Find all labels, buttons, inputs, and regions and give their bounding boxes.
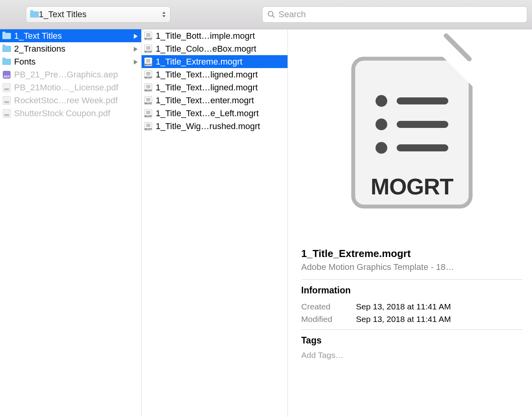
- modified-label: Modified: [301, 315, 356, 324]
- row-label: ShutterStock Coupon.pdf: [14, 108, 138, 119]
- chevron-right-icon: ▶: [134, 32, 138, 40]
- col2-row[interactable]: MOGRT1_Title_Text…ligned.mogrt: [142, 68, 288, 81]
- big-icon-label: MOGRT: [371, 173, 453, 200]
- pdf-file-icon: [2, 84, 11, 91]
- chevron-right-icon: ▶: [134, 58, 138, 65]
- mogrt-file-icon: MOGRT: [144, 32, 153, 40]
- mogrt-file-icon: MOGRT: [144, 123, 153, 130]
- path-dropdown[interactable]: 1_Text Titles: [26, 6, 171, 23]
- row-label: 1_Title_Extreme.mogrt: [156, 57, 284, 67]
- created-value: Sep 13, 2018 at 11:41 AM: [356, 302, 523, 311]
- updown-icon: [162, 11, 166, 18]
- info-row-created: Created Sep 13, 2018 at 11:41 AM: [301, 300, 523, 313]
- file-type-big-icon: MOGRT: [351, 57, 473, 208]
- col1-row[interactable]: 1_Text Titles▶: [0, 29, 141, 42]
- search-box[interactable]: [262, 6, 527, 23]
- mogrt-file-icon: MOGRT: [144, 110, 153, 117]
- tags-field[interactable]: Add Tags…: [301, 350, 523, 360]
- preview-icon-wrap: MOGRT: [300, 33, 524, 248]
- row-label: 1_Title_Text…e_Left.mogrt: [156, 108, 284, 119]
- col2-row[interactable]: MOGRT1_Title_Text…enter.mogrt: [142, 94, 288, 107]
- column-view: 1_Text Titles▶2_Transitions▶Fonts▶AEPPB_…: [0, 29, 532, 417]
- toolbar: 1_Text Titles: [0, 0, 532, 29]
- col1-row[interactable]: 2_Transitions▶: [0, 42, 141, 55]
- col2-row[interactable]: MOGRT1_Title_Colo…eBox.mogrt: [142, 42, 288, 55]
- row-label: 1_Title_Wig…rushed.mogrt: [156, 121, 284, 131]
- info-heading: Information: [301, 285, 523, 296]
- column-1[interactable]: 1_Text Titles▶2_Transitions▶Fonts▶AEPPB_…: [0, 29, 142, 417]
- preview-subtitle: Adobe Motion Graphics Template - 18…: [301, 262, 523, 272]
- row-label: 1_Title_Text…enter.mogrt: [156, 95, 284, 106]
- search-icon: [267, 10, 275, 19]
- mogrt-file-icon: MOGRT: [144, 97, 153, 104]
- search-input[interactable]: [279, 9, 522, 20]
- col1-row[interactable]: AEPPB_21_Pre…Graphics.aep: [0, 68, 141, 81]
- col1-row[interactable]: Fonts▶: [0, 55, 141, 68]
- pdf-file-icon: [2, 97, 11, 104]
- folder-icon: [2, 58, 11, 65]
- col2-row[interactable]: MOGRT1_Title_Text…ligned.mogrt: [142, 81, 288, 94]
- row-label: 1_Title_Bott…imple.mogrt: [156, 31, 284, 41]
- path-label: 1_Text Titles: [39, 9, 162, 20]
- preview-title: 1_Title_Extreme.mogrt: [301, 248, 523, 260]
- col1-row[interactable]: PB_21Motio…_License.pdf: [0, 81, 141, 94]
- row-label: 1_Title_Text…ligned.mogrt: [156, 70, 284, 80]
- mogrt-file-icon: MOGRT: [144, 71, 153, 78]
- folder-icon: [30, 11, 39, 18]
- row-label: PB_21_Pre…Graphics.aep: [14, 70, 138, 80]
- column-2[interactable]: MOGRT1_Title_Bott…imple.mogrtMOGRT1_Titl…: [142, 29, 288, 417]
- mogrt-file-icon: MOGRT: [144, 84, 153, 91]
- divider: [301, 279, 523, 280]
- chevron-right-icon: ▶: [134, 45, 138, 52]
- row-label: 1_Text Titles: [14, 31, 130, 41]
- col2-row[interactable]: MOGRT1_Title_Extreme.mogrt: [142, 55, 288, 68]
- row-label: 2_Transitions: [14, 44, 130, 54]
- divider: [301, 329, 523, 330]
- row-label: RocketStoc…ree Week.pdf: [14, 95, 138, 106]
- folder-icon: [2, 45, 11, 52]
- mogrt-file-icon: MOGRT: [144, 58, 153, 65]
- row-label: Fonts: [14, 57, 130, 67]
- tags-heading: Tags: [301, 335, 523, 346]
- row-label: PB_21Motio…_License.pdf: [14, 83, 138, 93]
- svg-line-1: [272, 16, 274, 18]
- created-label: Created: [301, 302, 356, 311]
- preview-pane: MOGRT 1_Title_Extreme.mogrt Adobe Motion…: [288, 29, 532, 417]
- aep-file-icon: AEP: [2, 71, 11, 78]
- col1-row[interactable]: ShutterStock Coupon.pdf: [0, 107, 141, 120]
- folder-icon: [2, 32, 11, 40]
- col2-row[interactable]: MOGRT1_Title_Wig…rushed.mogrt: [142, 120, 288, 133]
- mogrt-file-icon: MOGRT: [144, 45, 153, 52]
- row-label: 1_Title_Colo…eBox.mogrt: [156, 44, 284, 54]
- col2-row[interactable]: MOGRT1_Title_Text…e_Left.mogrt: [142, 107, 288, 120]
- modified-value: Sep 13, 2018 at 11:41 AM: [356, 315, 523, 324]
- col1-row[interactable]: RocketStoc…ree Week.pdf: [0, 94, 141, 107]
- info-row-modified: Modified Sep 13, 2018 at 11:41 AM: [301, 313, 523, 325]
- pdf-file-icon: [2, 110, 11, 117]
- row-label: 1_Title_Text…ligned.mogrt: [156, 83, 284, 93]
- col2-row[interactable]: MOGRT1_Title_Bott…imple.mogrt: [142, 29, 288, 42]
